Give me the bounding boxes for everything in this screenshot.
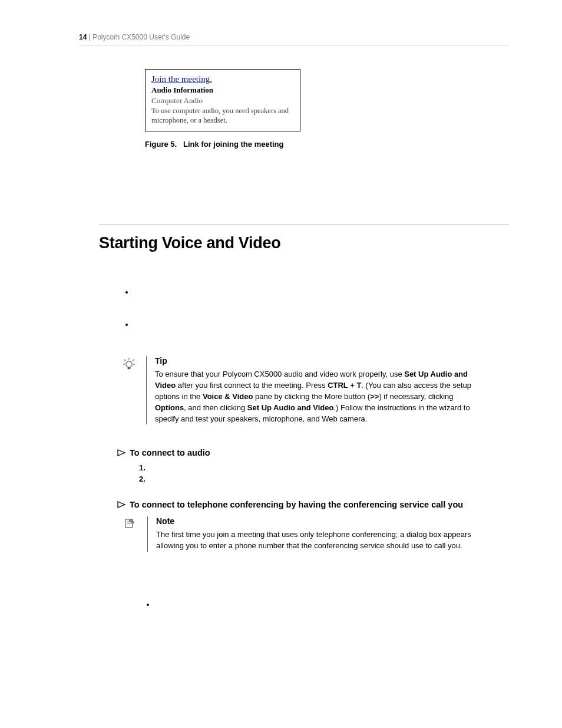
note-body: The first time you join a meeting that u… bbox=[156, 529, 474, 552]
note-callout: Note The first time you join a meeting t… bbox=[124, 516, 509, 552]
intro-bullet-2 bbox=[134, 320, 509, 329]
tip-bold-5: Options bbox=[155, 403, 184, 412]
computer-audio-label: Computer Audio bbox=[151, 96, 294, 106]
figure-box: Join the meeting. Audio Information Comp… bbox=[145, 69, 300, 131]
svg-line-3 bbox=[124, 360, 125, 361]
intro-bullet-1 bbox=[134, 288, 509, 297]
procedure-telephone-title: To connect to telephone conferencing by … bbox=[130, 500, 463, 509]
tip-bold-6: Set Up Audio and Video bbox=[247, 403, 334, 412]
figure-caption-prefix: Figure 5. bbox=[145, 140, 177, 149]
tip-bold-3: Voice & Video bbox=[203, 392, 253, 401]
procedure-audio-title: To connect to audio bbox=[130, 448, 210, 457]
audio-info-label: Audio Information bbox=[151, 85, 294, 95]
header-sep: | bbox=[89, 33, 91, 41]
svg-marker-7 bbox=[118, 450, 125, 456]
tip-text-5: ) if necessary, clicking bbox=[379, 392, 453, 401]
trailing-bullet-list bbox=[144, 600, 509, 609]
svg-line-4 bbox=[133, 360, 134, 361]
tip-text-4: pane by clicking the More button ( bbox=[253, 392, 370, 401]
note-icon bbox=[124, 516, 145, 552]
tip-separator bbox=[146, 356, 147, 424]
page-number: 14 bbox=[79, 33, 87, 41]
procedure-audio: To connect to audio bbox=[117, 448, 509, 457]
intro-bullet-list bbox=[123, 288, 509, 329]
arrow-icon bbox=[117, 500, 130, 509]
procedure-audio-steps: 1. 2. bbox=[139, 463, 509, 483]
trailing-bullet-1 bbox=[156, 600, 509, 609]
tip-body: To ensure that your Polycom CX5000 audio… bbox=[155, 369, 485, 424]
tip-label: Tip bbox=[155, 356, 485, 365]
procedure-telephone: To connect to telephone conferencing by … bbox=[117, 500, 509, 509]
join-meeting-link[interactable]: Join the meeting. bbox=[151, 74, 294, 84]
tip-text-1: To ensure that your Polycom CX5000 audio… bbox=[155, 370, 404, 378]
note-label: Note bbox=[156, 516, 474, 526]
tip-bold-4: >> bbox=[370, 392, 379, 401]
svg-marker-8 bbox=[118, 502, 125, 508]
tip-content: Tip To ensure that your Polycom CX5000 a… bbox=[155, 356, 509, 424]
section-divider bbox=[99, 224, 509, 225]
note-content: Note The first time you join a meeting t… bbox=[156, 516, 509, 552]
svg-rect-1 bbox=[128, 367, 131, 369]
tip-text-2: after you first connect to the meeting. … bbox=[176, 381, 328, 390]
document-page: 14 | Polycom CX5000 User's Guide Join th… bbox=[0, 0, 562, 728]
figure-caption-text: Link for joining the meeting bbox=[183, 140, 283, 149]
note-separator bbox=[147, 516, 148, 552]
doc-title: Polycom CX5000 User's Guide bbox=[92, 33, 190, 41]
svg-point-0 bbox=[126, 361, 132, 367]
arrow-icon bbox=[117, 448, 130, 457]
tip-callout: Tip To ensure that your Polycom CX5000 a… bbox=[123, 356, 509, 424]
figure-body-text: To use computer audio, you need speakers… bbox=[151, 107, 294, 125]
section-heading: Starting Voice and Video bbox=[99, 234, 509, 252]
tip-bold-2: CTRL + T bbox=[328, 381, 361, 390]
procedure-audio-step-1: 1. bbox=[139, 463, 509, 472]
running-header: 14 | Polycom CX5000 User's Guide bbox=[79, 33, 509, 45]
tip-icon bbox=[123, 356, 144, 424]
figure-caption: Figure 5. Link for joining the meeting bbox=[145, 140, 509, 149]
procedure-audio-step-2: 2. bbox=[139, 475, 509, 483]
figure-container: Join the meeting. Audio Information Comp… bbox=[145, 69, 509, 131]
tip-text-6: , and then clicking bbox=[184, 403, 247, 412]
